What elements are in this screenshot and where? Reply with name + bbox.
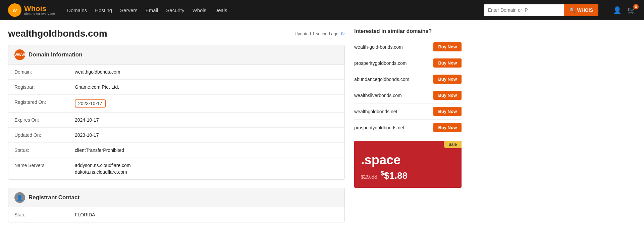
search-area: 🔍 WHOIS bbox=[484, 4, 598, 16]
left-panel: wealthgoldbonds.com Updated 1 second ago… bbox=[8, 28, 345, 230]
similar-domain-name: wealth-gold-bonds.com bbox=[354, 44, 403, 50]
similar-domain-row: prosperitygoldbonds.com Buy Now bbox=[354, 55, 462, 71]
table-row: Status: clientTransferProhibited bbox=[8, 143, 344, 158]
nameserver-2: dakota.ns.cloudflare.com bbox=[75, 169, 338, 175]
domain-title: wealthgoldbonds.com bbox=[8, 28, 107, 39]
field-label: State: bbox=[8, 207, 69, 222]
nameservers-list: addyson.ns.cloudflare.com dakota.ns.clou… bbox=[75, 163, 338, 175]
similar-domain-row: abundancegoldbonds.com Buy Now bbox=[354, 71, 462, 87]
similar-domain-name: prosperitygoldbonds.com bbox=[354, 60, 407, 66]
registrant-table: State: FLORIDA bbox=[8, 207, 344, 222]
field-value: wealthgoldbonds.com bbox=[69, 65, 344, 80]
similar-domain-row: wealth-gold-bonds.com Buy Now bbox=[354, 39, 462, 55]
field-label: Status: bbox=[8, 143, 69, 158]
svg-text:W: W bbox=[13, 8, 17, 13]
similar-domain-row: wealthsilverbonds.com Buy Now bbox=[354, 87, 462, 103]
nav-domains[interactable]: Domains bbox=[67, 7, 87, 13]
nameserver-1: addyson.ns.cloudflare.com bbox=[75, 163, 338, 168]
user-icon-button[interactable]: 👤 bbox=[613, 6, 622, 14]
field-value: 2023-10-17 bbox=[69, 128, 344, 143]
registrant-contact-card: 👤 Registrant Contact State: FLORIDA bbox=[8, 188, 345, 222]
domain-title-row: wealthgoldbonds.com Updated 1 second ago… bbox=[8, 28, 345, 39]
search-input[interactable] bbox=[484, 4, 564, 16]
navbar: W Whois Identity for everyone Domains Ho… bbox=[0, 0, 644, 20]
sale-card: Sale .space $29.88 $$1.88 bbox=[354, 141, 462, 188]
domain-info-icon: WWW bbox=[14, 49, 25, 60]
similar-domains-title: Interested in similar domains? bbox=[354, 28, 462, 34]
logo-brand: Whois bbox=[24, 5, 55, 12]
search-btn-label: WHOIS bbox=[577, 7, 593, 13]
search-button[interactable]: 🔍 WHOIS bbox=[564, 4, 598, 16]
sale-tld: .space bbox=[361, 153, 455, 167]
field-label: Name Servers: bbox=[8, 158, 69, 180]
main-content: wealthgoldbonds.com Updated 1 second ago… bbox=[0, 20, 470, 230]
field-value: 2024-10-17 bbox=[69, 113, 344, 128]
buy-now-button-4[interactable]: Buy Now bbox=[433, 107, 462, 116]
domain-info-header: WWW Domain Information bbox=[8, 45, 344, 65]
nav-hosting[interactable]: Hosting bbox=[95, 7, 112, 13]
similar-domain-row: wealthgoldbonds.net Buy Now bbox=[354, 103, 462, 120]
cart-badge: 0 bbox=[633, 4, 639, 9]
similar-domain-name: prosperitygoldbonds.net bbox=[354, 125, 404, 130]
field-label: Expires On: bbox=[8, 113, 69, 128]
field-value-highlighted: 2023-10-17 bbox=[69, 95, 344, 113]
similar-domains-list: wealth-gold-bonds.com Buy Now prosperity… bbox=[354, 39, 462, 135]
nav-icons: 👤 🛒 0 bbox=[613, 6, 636, 14]
logo-tagline: Identity for everyone bbox=[24, 12, 55, 15]
domain-info-table: Domain: wealthgoldbonds.com Registrar: G… bbox=[8, 65, 344, 179]
field-value: Gname.com Pte. Ltd. bbox=[69, 80, 344, 95]
registrant-title: Registrant Contact bbox=[29, 194, 79, 201]
table-row: Registrar: Gname.com Pte. Ltd. bbox=[8, 80, 344, 95]
buy-now-button-3[interactable]: Buy Now bbox=[433, 91, 462, 100]
logo-icon: W bbox=[8, 3, 21, 17]
updated-text: Updated 1 second ago bbox=[294, 31, 338, 36]
sale-new-price: $$1.88 bbox=[381, 170, 408, 181]
domain-info-title: Domain Information bbox=[29, 51, 83, 58]
sale-currency-symbol: $ bbox=[381, 170, 384, 177]
registered-on-date: 2023-10-17 bbox=[75, 99, 106, 108]
nav-security[interactable]: Security bbox=[166, 7, 184, 13]
similar-domain-row: prosperitygoldbonds.net Buy Now bbox=[354, 120, 462, 135]
buy-now-button-2[interactable]: Buy Now bbox=[433, 75, 462, 84]
search-icon: 🔍 bbox=[570, 7, 575, 13]
similar-domain-name: wealthgoldbonds.net bbox=[354, 109, 397, 114]
table-row: Domain: wealthgoldbonds.com bbox=[8, 65, 344, 80]
refresh-icon[interactable]: ↻ bbox=[340, 31, 345, 37]
similar-domain-name: wealthsilverbonds.com bbox=[354, 93, 402, 98]
nav-whois[interactable]: Whois bbox=[192, 7, 206, 13]
table-row: Updated On: 2023-10-17 bbox=[8, 128, 344, 143]
nav-deals[interactable]: Deals bbox=[214, 7, 227, 13]
table-row: Expires On: 2024-10-17 bbox=[8, 113, 344, 128]
buy-now-button-0[interactable]: Buy Now bbox=[433, 42, 462, 51]
table-row: State: FLORIDA bbox=[8, 207, 344, 222]
updated-badge: Updated 1 second ago ↻ bbox=[294, 31, 345, 37]
cart-icon-button[interactable]: 🛒 0 bbox=[628, 6, 636, 14]
right-panel: Interested in similar domains? wealth-go… bbox=[354, 28, 462, 230]
nav-links: Domains Hosting Servers Email Security W… bbox=[67, 7, 474, 13]
table-row: Name Servers: addyson.ns.cloudflare.com … bbox=[8, 158, 344, 180]
buy-now-button-5[interactable]: Buy Now bbox=[433, 123, 462, 132]
field-value: FLORIDA bbox=[69, 207, 344, 222]
registrant-icon: 👤 bbox=[14, 192, 25, 203]
registrant-header: 👤 Registrant Contact bbox=[8, 188, 344, 207]
field-label: Registered On: bbox=[8, 95, 69, 113]
nav-email[interactable]: Email bbox=[146, 7, 158, 13]
sale-price-row: $29.88 $$1.88 bbox=[361, 170, 455, 181]
sale-badge: Sale bbox=[444, 141, 462, 148]
nav-servers[interactable]: Servers bbox=[120, 7, 138, 13]
domain-info-card: WWW Domain Information Domain: wealthgol… bbox=[8, 45, 345, 180]
field-label: Updated On: bbox=[8, 128, 69, 143]
sale-old-price: $29.88 bbox=[361, 174, 377, 180]
field-value: clientTransferProhibited bbox=[69, 143, 344, 158]
sale-new-price-value: $1.88 bbox=[384, 170, 408, 181]
logo[interactable]: W Whois Identity for everyone bbox=[8, 3, 55, 17]
field-label: Domain: bbox=[8, 65, 69, 80]
buy-now-button-1[interactable]: Buy Now bbox=[433, 58, 462, 68]
field-label: Registrar: bbox=[8, 80, 69, 95]
similar-domain-name: abundancegoldbonds.com bbox=[354, 77, 409, 82]
field-value-nameservers: addyson.ns.cloudflare.com dakota.ns.clou… bbox=[69, 158, 344, 180]
table-row: Registered On: 2023-10-17 bbox=[8, 95, 344, 113]
